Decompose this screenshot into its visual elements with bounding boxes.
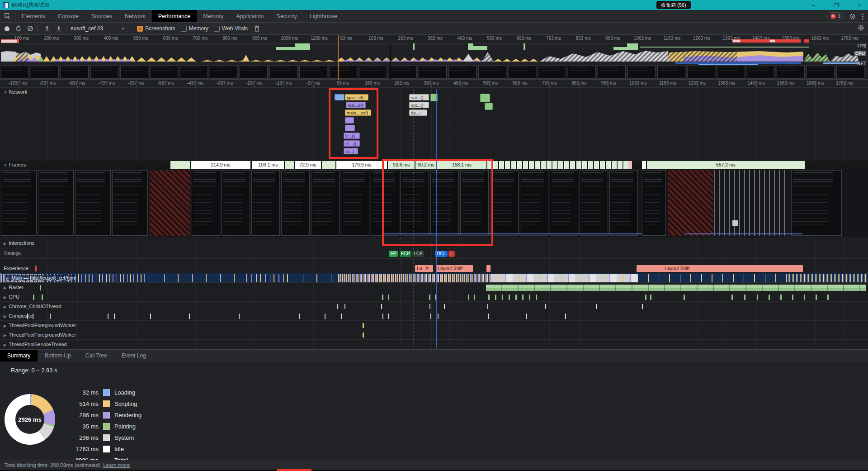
frame-thumbnail[interactable]: [112, 170, 148, 236]
checkbox-web-vitals[interactable]: Web Vitals: [214, 25, 248, 32]
frame-thumbnail[interactable]: [520, 170, 548, 236]
row-worker1[interactable]: ▶ThreadPoolForegroundWorker: [0, 321, 868, 330]
frame-segment[interactable]: [493, 161, 498, 169]
frame-thumbnail[interactable]: [490, 170, 519, 236]
tab-event-log[interactable]: Event Log: [114, 350, 153, 362]
screenshot-thumbnail[interactable]: [31, 65, 59, 79]
screenshot-thumbnail[interactable]: [61, 65, 89, 79]
screenshot-thumbnail[interactable]: [299, 65, 327, 79]
frame-segment[interactable]: 72.9 ms: [295, 161, 321, 169]
frame-segment[interactable]: [606, 161, 611, 169]
tab-summary[interactable]: Summary: [0, 350, 38, 362]
screenshot-thumbnail[interactable]: [777, 65, 805, 79]
network-section-header[interactable]: ▼Network: [4, 89, 27, 95]
screenshot-thumbnail[interactable]: [627, 65, 656, 79]
frame-segment[interactable]: [499, 161, 504, 169]
tab-security[interactable]: Security: [270, 10, 303, 22]
row-raster[interactable]: ▶Raster: [0, 283, 868, 292]
frame-segment[interactable]: [170, 161, 190, 169]
frame-segment[interactable]: [564, 161, 569, 169]
frame-segment[interactable]: [612, 161, 617, 169]
tab-console[interactable]: Console: [52, 10, 85, 22]
screenshot-thumbnail[interactable]: [269, 65, 297, 79]
reload-profile-button[interactable]: [14, 24, 24, 33]
load-profile-button[interactable]: [42, 24, 52, 33]
maximize-button[interactable]: [829, 0, 844, 10]
frame-segment[interactable]: [576, 161, 581, 169]
screenshot-thumbnail[interactable]: [329, 65, 357, 79]
frame-segment[interactable]: [505, 161, 510, 169]
frame-segment[interactable]: [628, 161, 632, 169]
screenshot-thumbnail[interactable]: [389, 65, 417, 79]
script-block[interactable]: da...=: [409, 109, 427, 116]
frame-segment[interactable]: [642, 161, 646, 169]
frame-segment[interactable]: [511, 161, 516, 169]
frame-thumbnail[interactable]: [1, 170, 37, 236]
frame-thumbnail[interactable]: [609, 170, 638, 236]
script-block[interactable]: opt...(): [409, 94, 429, 100]
tab-elements[interactable]: Elements: [15, 10, 52, 22]
screenshot-thumbnail[interactable]: [448, 65, 476, 79]
frame-segment[interactable]: 179.9 ms: [336, 161, 387, 169]
tab-memory[interactable]: Memory: [197, 10, 230, 22]
timeline-overview[interactable]: 100 ms200 ms300 ms400 ms500 ms600 ms700 …: [0, 35, 868, 80]
tab-sources[interactable]: Sources: [85, 10, 118, 22]
screenshot-thumbnail[interactable]: [657, 65, 685, 79]
screenshot-thumbnail[interactable]: [478, 65, 506, 79]
frame-thumbnail[interactable]: [192, 170, 220, 236]
frame-segment[interactable]: [623, 161, 628, 169]
row-gpu[interactable]: ▶GPU: [0, 292, 868, 302]
clear-button[interactable]: [25, 24, 35, 33]
frame-segment[interactable]: [588, 161, 593, 169]
screenshot-thumbnail[interactable]: [240, 65, 268, 79]
checkbox-screenshots[interactable]: ✓Screenshots: [137, 25, 175, 32]
frame-thumbnail[interactable]: [642, 170, 666, 236]
garbage-collect-button[interactable]: [252, 24, 262, 33]
paint-block[interactable]: [480, 94, 490, 102]
frame-segment[interactable]: [552, 161, 557, 169]
frame-segment[interactable]: [541, 161, 546, 169]
frame-segment[interactable]: [582, 161, 587, 169]
screenshot-thumbnail[interactable]: [807, 65, 835, 79]
frame-segment[interactable]: [322, 161, 335, 169]
close-button[interactable]: ×: [852, 0, 867, 10]
profile-select[interactable]: eusoft_cef #3 ▼: [69, 25, 127, 32]
frame-thumbnail[interactable]: [251, 170, 280, 236]
frame-segment[interactable]: 109.1 ms: [252, 161, 284, 169]
frame-thumbnail[interactable]: [791, 170, 842, 236]
inspect-element-button[interactable]: [0, 10, 15, 22]
error-badge[interactable]: ×3: [826, 12, 844, 20]
row-experience[interactable]: ExperienceLa...ftLayout ShiftLayout Shif…: [0, 264, 868, 273]
frame-segment[interactable]: [285, 161, 294, 169]
frame-segment[interactable]: 214.9 ms: [191, 161, 250, 169]
paint-block[interactable]: [485, 103, 493, 110]
frame-thumbnail[interactable]: [311, 170, 340, 236]
frame-segment[interactable]: [570, 161, 575, 169]
frame-segment[interactable]: [517, 161, 522, 169]
gear-icon[interactable]: [849, 13, 856, 20]
screenshot-thumbnail[interactable]: [120, 65, 148, 79]
checkbox-memory[interactable]: Memory: [181, 25, 208, 32]
record-button[interactable]: [2, 24, 12, 33]
row-service[interactable]: ▶ThreadPoolServiceThread: [0, 340, 868, 349]
screenshot-thumbnail[interactable]: [598, 65, 626, 79]
frame-segment[interactable]: [558, 161, 563, 169]
screenshot-thumbnail[interactable]: [1, 65, 29, 79]
frame-segment[interactable]: [618, 161, 623, 169]
row-spacer[interactable]: [0, 259, 868, 264]
row-main[interactable]: ▶Main — http://eusoft_cef/html: [0, 273, 868, 283]
save-profile-button[interactable]: [54, 24, 64, 33]
frame-thumbnail[interactable]: [550, 170, 578, 236]
screenshot-thumbnail[interactable]: [836, 65, 864, 79]
minimize-button[interactable]: –: [806, 0, 821, 10]
frames-section-header[interactable]: ▼Frames: [4, 162, 26, 167]
frame-segment[interactable]: [523, 161, 528, 169]
screenshot-thumbnail[interactable]: [568, 65, 596, 79]
frame-thumbnail[interactable]: [75, 170, 111, 236]
screenshot-thumbnail[interactable]: [717, 65, 745, 79]
tab-application[interactable]: Application: [230, 10, 270, 22]
collect-box-button[interactable]: 收集箱 (56): [656, 1, 691, 9]
screenshot-thumbnail[interactable]: [687, 65, 715, 79]
tab-bottom-up[interactable]: Bottom-Up: [38, 350, 78, 362]
screenshot-thumbnail[interactable]: [359, 65, 387, 79]
